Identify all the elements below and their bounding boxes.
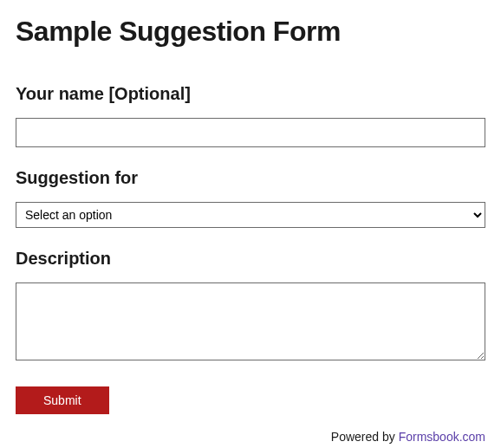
description-field: Description [16,249,485,364]
submit-button[interactable]: Submit [16,386,109,414]
form-title: Sample Suggestion Form [16,16,485,48]
name-field: Your name [Optional] [16,84,485,147]
credit-line: Powered by Formsbook.com [16,430,485,444]
suggestion-for-select[interactable]: Select an option [16,202,485,228]
description-label: Description [16,249,485,269]
suggestion-for-field: Suggestion for Select an option [16,168,485,228]
credit-link[interactable]: Formsbook.com [399,430,485,444]
name-label: Your name [Optional] [16,84,485,104]
suggestion-for-label: Suggestion for [16,168,485,188]
name-input[interactable] [16,118,485,147]
description-textarea[interactable] [16,282,485,360]
credit-prefix: Powered by [331,430,399,444]
